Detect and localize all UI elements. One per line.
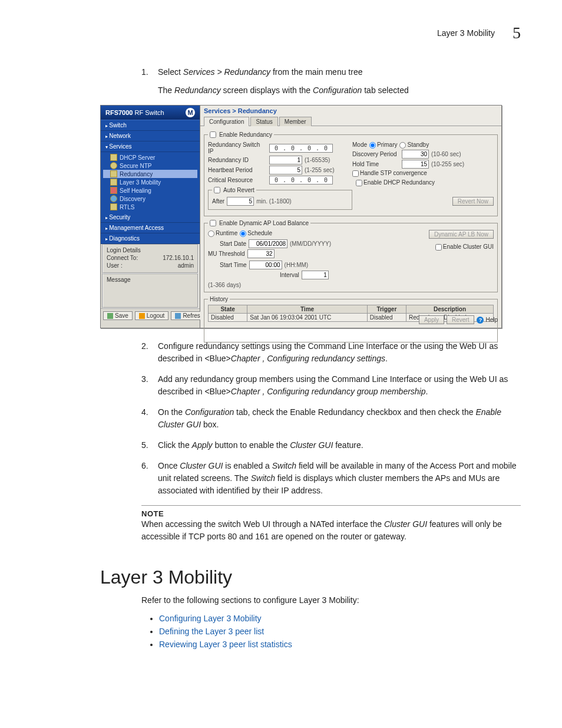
help-icon: ? [477,317,484,324]
after-input[interactable] [227,197,254,206]
enable-dhcp-redundancy-checkbox[interactable]: Enable DHCP Redundancy [356,179,435,186]
link-defining-l3-peer-list[interactable]: Defining the Layer 3 peer list [159,627,264,636]
discovery-period-input[interactable] [402,150,429,159]
discovery-icon [110,195,117,202]
revert-button[interactable]: Revert [447,315,474,324]
header-title: Layer 3 Mobility [437,28,495,38]
enable-redundancy-checkbox[interactable]: Enable Redundancy [210,131,272,138]
nav-switch[interactable]: Switch [101,120,200,131]
tabs: Configuration Status Member [200,116,501,126]
link-list: Configuring Layer 3 Mobility Defining th… [159,614,521,649]
critical-resource-input[interactable]: 0.0.0.0 [269,176,333,185]
redundancy-switch-ip-input[interactable]: 0.0.0.0 [269,144,333,153]
step-item: 2.Configure redundancy settings using th… [141,340,521,365]
clock-icon [110,162,117,169]
nav-item-dhcp[interactable]: DHCP Server [103,153,197,162]
nav-item-discovery[interactable]: Discovery [103,195,197,203]
nav-item-rtls[interactable]: RTLS [103,203,197,211]
rtls-icon [110,203,117,210]
enable-redundancy-group: Enable Redundancy Redundancy Switch IP 0… [204,131,498,216]
enable-cluster-gui-checkbox[interactable]: Enable Cluster GUI [435,243,494,251]
motorola-logo-icon: M [186,108,195,117]
apply-button[interactable]: Apply [419,315,444,324]
login-details-panel: Login Details Connect To:172.16.10.1 Use… [102,244,199,274]
nav-item-l3mobility[interactable]: Layer 3 Mobility [103,178,197,186]
auto-revert-checkbox[interactable]: Auto Revert [214,187,254,193]
redundancy-id-input[interactable] [269,156,302,164]
nav-item-ntp[interactable]: Secure NTP [103,162,197,170]
heartbeat-period-input[interactable] [269,166,302,174]
breadcrumb: Services > Redundancy [200,106,501,116]
tab-status[interactable]: Status [250,117,277,126]
tab-member[interactable]: Member [279,117,312,126]
nav-item-redundancy[interactable]: Redundancy [103,170,197,178]
section-intro: Refer to the following sections to confi… [141,594,521,607]
note-label: NOTE [141,509,521,518]
schedule-radio[interactable]: Schedule [240,230,272,237]
section-heading: Layer 3 Mobility [100,566,521,588]
step-item: 4.On the Configuration tab, check the En… [141,406,521,431]
hold-time-input[interactable] [402,160,429,169]
step-1: 1. Select Services > Redundancy from the… [141,66,521,97]
link-configuring-l3-mobility[interactable]: Configuring Layer 3 Mobility [159,614,262,623]
interval-input[interactable] [302,271,329,279]
screenshot-redundancy: RFS7000 RF Switch M Switch Network Servi… [100,105,502,328]
mu-threshold-input[interactable] [247,249,275,258]
server-icon [110,154,117,161]
save-button[interactable]: Save [103,311,133,320]
runtime-radio[interactable]: Runtime [208,230,237,237]
nav-security[interactable]: Security [101,212,200,223]
help-button[interactable]: ?Help [477,317,498,324]
handle-stp-checkbox[interactable]: Handle STP convergence [352,170,427,177]
logout-button[interactable]: Logout [135,311,169,320]
header-page-number: 5 [513,24,521,42]
tab-configuration[interactable]: Configuration [204,117,249,126]
page-header: Layer 3 Mobility 5 [41,24,521,42]
start-date-input[interactable] [249,239,287,248]
step-item: 6.Once Cluster GUI is enabled a Switch f… [141,460,521,497]
nav-item-selfheal[interactable]: Self Healing [103,186,197,195]
nav-mgmt[interactable]: Management Access [101,223,200,233]
note-block: NOTE When accessing the switch Web UI th… [141,505,521,543]
revert-now-button[interactable]: Revert Now [452,197,494,206]
step-item: 3.Add any redundancy group members using… [141,373,521,398]
message-panel: Message [102,274,199,308]
step-number: 1. [141,66,158,97]
nav-network[interactable]: Network [101,131,200,141]
heal-icon [110,187,117,194]
redundancy-icon [110,170,117,177]
mode-standby-radio[interactable]: Standby [399,141,429,149]
mobility-icon [110,179,117,186]
nav-services[interactable]: Services [101,141,200,152]
link-reviewing-l3-peer-stats[interactable]: Reviewing Layer 3 peer list statistics [159,640,292,649]
brand-bar: RFS7000 RF Switch M [101,106,200,120]
enable-dynamic-ap-lb-checkbox[interactable]: Enable Dynamic AP Load Balance [210,220,309,226]
mode-primary-radio[interactable]: Primary [369,141,397,149]
nav-diag[interactable]: Diagnostics [101,233,200,244]
logout-icon [139,313,145,319]
save-icon [107,313,113,319]
dynamic-ap-lb-group: Enable Dynamic AP Load Balance Runtime S… [204,220,498,292]
start-time-input[interactable] [249,261,282,269]
nav-services-tree: DHCP Server Secure NTP Redundancy Layer … [101,152,200,212]
refresh-icon [175,313,181,319]
step-item: 5.Click the Apply button to enable the C… [141,439,521,452]
auto-revert-group: Auto Revert After min. (1-1800) [208,187,352,210]
dynamic-ap-lb-now-button[interactable]: Dynamic AP LB Now [429,230,494,239]
